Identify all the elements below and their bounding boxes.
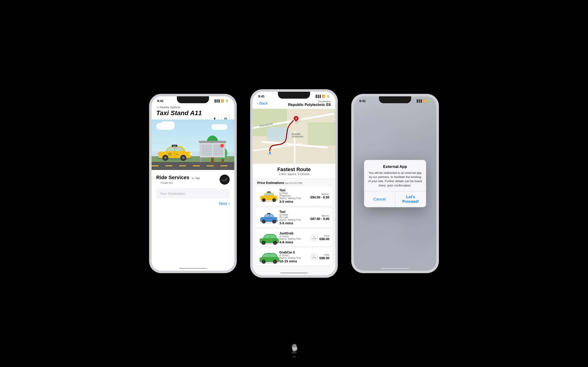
svg-point-6 xyxy=(165,157,166,158)
ride-card-4-price: NoSurge Price S$8.00 xyxy=(311,253,329,261)
taxi-illustration: TAXI 🚕 xyxy=(152,119,234,170)
svg-text:TAXI: TAXI xyxy=(173,145,176,147)
battery-icon-3: 🔋 xyxy=(427,99,431,102)
svg-text:TAXI: TAXI xyxy=(268,213,270,215)
svg-point-21 xyxy=(263,199,265,201)
taxi-blue-icon: TAXI xyxy=(259,212,277,223)
ride-card-3-info: JustGrab (4 Seats) Approx. Waiting Time … xyxy=(279,232,308,244)
destination-pin: ⬆ xyxy=(293,115,299,122)
ride-card-2-info: Taxi by Meter(On-call) Approx. Waiting T… xyxy=(279,210,308,225)
ride-card-1[interactable]: TAXI Taxi by Meter(Flagdown) Approx. Wai… xyxy=(255,186,333,206)
logo-svg xyxy=(288,342,300,354)
ride-card-2-price: Approx. S$7.80 - 9.80 xyxy=(310,215,329,221)
next-button[interactable]: Next › xyxy=(156,201,230,206)
destination-placeholder: Your Destination xyxy=(160,192,185,195)
svg-rect-35 xyxy=(277,218,278,219)
nearby-label: ◁ Nearby Options xyxy=(156,106,230,109)
wifi-icon-2: 📶 xyxy=(322,95,325,98)
home-indicator-1 xyxy=(179,268,207,269)
svg-point-56 xyxy=(293,347,295,350)
status-time-2: 9:41 xyxy=(258,94,265,98)
alert-content: External App You will be redirected to a… xyxy=(364,160,426,191)
svg-rect-54 xyxy=(259,258,260,259)
grabcar6-icon xyxy=(259,251,277,263)
wifi-icon-3: 📶 xyxy=(423,99,426,102)
svg-rect-36 xyxy=(260,218,261,219)
svg-rect-10 xyxy=(190,153,192,155)
ride-services-title-group: Ride Services for Taxi Private Hire xyxy=(156,175,200,185)
status-icons-3: ▐▐▐ 📶 🔋 xyxy=(416,99,431,102)
svg-point-50 xyxy=(262,261,265,263)
cancel-button[interactable]: Cancel xyxy=(364,192,395,207)
phone-2: 9:41 ▐▐▐ 📶 🔋 ‹ Back Destination Republic… xyxy=(250,90,338,277)
battery-icon: 🔋 xyxy=(225,99,229,102)
notch-2 xyxy=(278,92,310,99)
phone-3: 9:41 ▐▐▐ 📶 🔋 External App You will be re… xyxy=(351,94,439,273)
ride-card-3-price: NoSurge Price S$6.00 xyxy=(311,234,329,242)
svg-point-23 xyxy=(273,199,275,201)
alert-dialog: External App You will be redirected to a… xyxy=(364,160,426,207)
notch-1 xyxy=(177,96,209,103)
alert-title: External App xyxy=(368,165,422,169)
ride-card-1-price: Approx. S$4.50 - 6.50 xyxy=(310,193,329,199)
ride-services-title: Ride Services xyxy=(156,175,189,180)
ride-card-4[interactable]: GrabCar 6 (6 Seats) Approx. Waiting Time… xyxy=(255,248,333,265)
svg-text:TAXI: TAXI xyxy=(268,192,270,193)
status-icons-1: ▐▐▐ 📶 🔋 xyxy=(214,99,229,102)
fastest-route-sub: 1.5km, approx. 5 minutes xyxy=(257,173,331,176)
ride-card-2[interactable]: TAXI Taxi by Meter(On-call) Approx. Wait… xyxy=(255,208,333,227)
chevron-left-icon: ‹ xyxy=(257,101,258,106)
signal-icon-3: ▐▐▐ xyxy=(416,99,422,102)
destination-input[interactable]: Your Destination xyxy=(156,188,230,199)
ride-services-header: Ride Services for Taxi Private Hire 📞 xyxy=(156,175,230,185)
bottom-logo: vin xyxy=(288,342,300,358)
origin-dot xyxy=(268,151,271,155)
bus-stop xyxy=(198,141,227,162)
home-indicator-2 xyxy=(280,273,308,273)
status-icons-2: ▐▐▐ 📶 🔋 xyxy=(315,95,330,98)
no-surge-badge-4: NoSurge xyxy=(311,253,318,261)
signal-icon-2: ▐▐▐ xyxy=(315,95,321,98)
grab-green-icon xyxy=(259,232,277,244)
taxi-car: TAXI 🚕 xyxy=(154,143,195,162)
ride-card-4-info: GrabCar 6 (6 Seats) Approx. Waiting Time… xyxy=(279,250,308,263)
fastest-route-section: Fastest Route 1.5km, approx. 5 minutes xyxy=(253,164,335,179)
ride-services-section: Ride Services for Taxi Private Hire 📞 xyxy=(152,170,234,211)
ride-card-1-info: Taxi by Meter(Flagdown) Approx. Waiting … xyxy=(279,188,308,203)
svg-point-42 xyxy=(262,242,265,244)
svg-rect-46 xyxy=(259,239,260,240)
alert-message: You will be redirected to an external ap… xyxy=(368,171,422,188)
price-time: (as of 9:41 PM) xyxy=(285,182,302,184)
ride-card-3[interactable]: JustGrab (4 Seats) Approx. Waiting Time … xyxy=(255,229,333,246)
svg-point-9 xyxy=(183,157,184,158)
phone2-nav: ‹ Back Destination Republic Polytechnic … xyxy=(253,99,335,109)
ride-card-1-name: Taxi xyxy=(279,188,308,192)
alert-buttons: Cancel Let's Proceed! xyxy=(364,192,426,207)
svg-point-55 xyxy=(291,352,297,353)
wifi-icon: 📶 xyxy=(221,99,224,102)
ride-card-1-sub: by Meter(Flagdown) xyxy=(279,192,308,197)
phone-1: 9:41 ▐▐▐ 📶 🔋 ◁ Nearby Options Taxi Stand… xyxy=(149,94,237,273)
home-indicator-3 xyxy=(381,268,409,269)
logo-text: vin xyxy=(288,355,300,358)
svg-point-44 xyxy=(274,242,276,244)
destination-header: Destination Republic Polytechnic E6 xyxy=(288,100,331,107)
svg-point-32 xyxy=(263,221,265,223)
svg-text:🚕: 🚕 xyxy=(169,153,172,156)
chevron-right-icon: › xyxy=(228,201,230,206)
phone1-header: ◁ Nearby Options Taxi Stand A11 ⬆ ⚙ xyxy=(152,104,234,119)
svg-rect-11 xyxy=(157,153,159,154)
destination-label-top: Destination xyxy=(288,100,331,103)
svg-rect-25 xyxy=(260,197,261,198)
price-estimations-header: Price Estimations (as of 9:41 PM) xyxy=(253,179,335,186)
svg-rect-14 xyxy=(176,154,179,155)
battery-icon-2: 🔋 xyxy=(326,95,330,98)
taxi-yellow-icon: TAXI xyxy=(259,190,277,202)
phones-container: 9:41 ▐▐▐ 📶 🔋 ◁ Nearby Options Taxi Stand… xyxy=(149,90,439,277)
back-button[interactable]: ‹ Back xyxy=(257,101,268,106)
proceed-button[interactable]: Let's Proceed! xyxy=(395,192,426,207)
call-button[interactable]: 📞 xyxy=(220,175,230,185)
signal-icon: ▐▐▐ xyxy=(214,99,220,102)
notch-3 xyxy=(379,96,411,103)
location-arrow-icon: ◁ xyxy=(156,106,158,109)
